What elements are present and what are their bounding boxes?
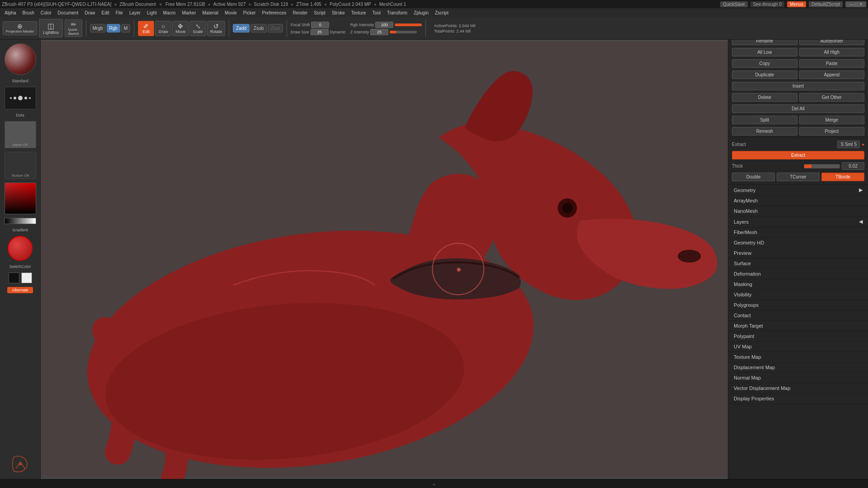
menu-marker[interactable]: Marker — [179, 9, 198, 16]
z-intensity-val[interactable]: 25 — [370, 29, 388, 35]
menu-stroke[interactable]: Stroke — [329, 9, 348, 16]
menu-picker[interactable]: Picker — [241, 9, 259, 16]
menu-document[interactable]: Document — [55, 9, 81, 16]
menus-btn[interactable]: Menus — [787, 1, 806, 7]
fibermesh-item[interactable]: FiberMesh — [728, 227, 868, 238]
nanomesh-item[interactable]: NanoMesh — [728, 206, 868, 216]
del-all-btn[interactable]: Del All — [732, 104, 864, 113]
z-intensity-slider[interactable] — [390, 31, 417, 33]
focal-shift-val[interactable]: 0 — [311, 22, 329, 28]
zsub-btn[interactable]: Zsub — [250, 24, 267, 33]
mrgb-btn[interactable]: Mrgb — [90, 24, 106, 33]
menu-movie[interactable]: Movie — [222, 9, 240, 16]
geometry-item[interactable]: Geometry ▶ — [728, 185, 868, 196]
menu-zscript[interactable]: Zscript — [432, 9, 451, 16]
rgb-btn[interactable]: Rgb — [107, 24, 120, 33]
get-other-btn[interactable]: Get Other — [799, 93, 865, 102]
copy-btn[interactable]: Copy — [732, 59, 797, 68]
vector-displacement-item[interactable]: Vector Displacement Map — [728, 383, 868, 394]
displacement-map-item[interactable]: Displacement Map — [728, 362, 868, 373]
material-preview[interactable] — [5, 43, 36, 75]
thick-val[interactable]: 0.02 — [842, 162, 864, 170]
draw-btn[interactable]: ○ Draw — [155, 21, 171, 36]
menu-tool[interactable]: Tool — [370, 9, 383, 16]
menu-file[interactable]: File — [113, 9, 126, 16]
menu-macro[interactable]: Macro — [160, 9, 179, 16]
display-properties-item[interactable]: Display Properties — [728, 394, 868, 404]
arraymesh-item[interactable]: ArrayMesh — [728, 196, 868, 206]
geometry-hd-item[interactable]: Geometry HD — [728, 238, 868, 248]
menu-brush[interactable]: Brush — [20, 9, 37, 16]
extract-btn[interactable]: Extract — [732, 151, 864, 160]
color-picker[interactable] — [5, 183, 36, 214]
all-low-btn[interactable]: All Low — [732, 48, 797, 56]
texture-map-item[interactable]: Texture Map — [728, 352, 868, 362]
viewport[interactable] — [41, 40, 728, 479]
menu-texture[interactable]: Texture — [349, 9, 369, 16]
quick-sketch-btn[interactable]: ✏ QuickSketch — [65, 19, 82, 38]
preview-item[interactable]: Preview — [728, 248, 868, 258]
tborder-btn[interactable]: TBorde — [821, 173, 864, 181]
surface-item[interactable]: Surface — [728, 258, 868, 269]
scale-btn[interactable]: ⤡ Scale — [189, 21, 206, 36]
layers-item[interactable]: Layers ◀ — [728, 216, 868, 227]
color-ball[interactable] — [8, 236, 33, 261]
menu-layer[interactable]: Layer — [127, 9, 143, 16]
menu-material[interactable]: Material — [200, 9, 222, 16]
contact-item[interactable]: Contact — [728, 310, 868, 321]
lightbox-btn[interactable]: ◫ LightBox — [39, 19, 63, 38]
rgb-intensity-slider[interactable] — [395, 23, 422, 26]
project-btn[interactable]: Project — [799, 127, 865, 136]
s-smt-btn[interactable]: S Smt 5 — [837, 141, 860, 148]
alternate-btn[interactable]: Alternate — [7, 287, 33, 293]
projection-master-btn[interactable]: ⊕ Projection Master — [3, 21, 37, 35]
window-controls[interactable]: — □ ✕ — [845, 1, 866, 7]
default-script-btn[interactable]: DefaultZScript — [809, 1, 843, 7]
duplicate-btn[interactable]: Duplicate — [732, 70, 797, 79]
rotate-btn[interactable]: ↺ Rotate — [207, 21, 226, 36]
alpha-preview[interactable]: Alpha Off — [5, 121, 36, 148]
masking-item[interactable]: Masking — [728, 279, 868, 290]
uv-map-item[interactable]: UV Map — [728, 342, 868, 352]
double-btn[interactable]: Double — [732, 173, 775, 181]
rgb-intensity-val[interactable]: 100 — [375, 22, 393, 28]
brush-preview[interactable] — [5, 87, 36, 109]
menu-light[interactable]: Light — [144, 9, 160, 16]
menu-alpha[interactable]: Alpha — [2, 9, 19, 16]
menu-draw[interactable]: Draw — [82, 9, 98, 16]
split-btn[interactable]: Split — [732, 116, 797, 124]
delete-btn[interactable]: Delete — [732, 93, 797, 102]
paste-btn[interactable]: Paste — [799, 59, 865, 68]
morph-target-item[interactable]: Morph Target — [728, 321, 868, 331]
draw-size-val[interactable]: 25 — [311, 29, 329, 35]
menu-script[interactable]: Script — [311, 9, 328, 16]
thick-slider[interactable] — [804, 164, 840, 169]
menu-preferences[interactable]: Preferences — [259, 9, 289, 16]
append-btn[interactable]: Append — [799, 70, 865, 79]
zadd-btn[interactable]: Zadd — [233, 24, 250, 33]
tcorner-btn[interactable]: TCorner — [777, 173, 820, 181]
all-high-btn[interactable]: All High — [799, 48, 865, 56]
edit-btn[interactable]: ✐ Edit — [138, 21, 154, 36]
texture-preview[interactable]: Texture Off — [5, 152, 36, 179]
visibility-item[interactable]: Visibility — [728, 290, 868, 300]
gradient-strip[interactable] — [5, 218, 36, 224]
see-through[interactable]: See-through 0 — [750, 1, 784, 7]
move-btn[interactable]: ✥ Move — [172, 21, 189, 36]
menu-transform[interactable]: Transform — [384, 9, 410, 16]
menu-render[interactable]: Render — [290, 9, 311, 16]
menu-color[interactable]: Color — [38, 9, 54, 16]
menu-zplugin[interactable]: Zplugin — [411, 9, 431, 16]
fg-color-box[interactable] — [9, 272, 19, 283]
polygroups-item[interactable]: Polygroups — [728, 300, 868, 310]
remesh-btn[interactable]: Remesh — [732, 127, 797, 136]
menu-edit[interactable]: Edit — [99, 9, 112, 16]
deformation-item[interactable]: Deformation — [728, 269, 868, 279]
polypaint-item[interactable]: Polypaint — [728, 331, 868, 342]
merge-btn[interactable]: Merge — [799, 116, 865, 124]
normal-map-item[interactable]: Normal Map — [728, 373, 868, 383]
bg-color-box[interactable] — [21, 272, 32, 283]
quick-save-btn[interactable]: QuickSave — [720, 1, 747, 7]
insert-btn[interactable]: Insert — [732, 82, 864, 90]
zcut-btn[interactable]: Zcut — [268, 24, 283, 33]
